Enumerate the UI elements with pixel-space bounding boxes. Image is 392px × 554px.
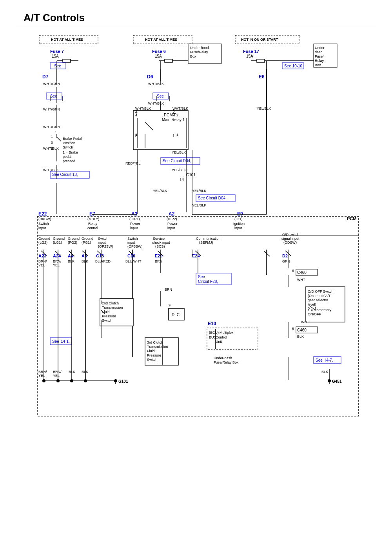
brnyel-bot1: BRN/ (38, 370, 47, 374)
d6-see[interactable]: See (157, 94, 164, 98)
underhood-box-label: Under-hood (190, 46, 209, 50)
underhood-box-label3: Box (190, 54, 196, 58)
dlc-label: DLC (172, 313, 180, 317)
wiring-diagram: HOT AT ALL TIMES HOT AT ALL TIMES HOT IN… (16, 28, 376, 519)
g101-label: G101 (118, 379, 128, 384)
bpps-label: Brake Pedal (63, 137, 82, 141)
svg-rect-10 (165, 59, 172, 62)
underdash-box-label2: dash (315, 50, 323, 54)
svg-text:0: 0 (308, 306, 310, 310)
brnyel-bot2b: YEL (53, 374, 60, 378)
d2-wire: GRN (282, 259, 290, 263)
od-switch-label5: 1 = Momentary (308, 308, 332, 312)
od-switch-label4: level) (308, 302, 316, 306)
fuse17-rating: 15A (246, 54, 253, 58)
od-switch-label: O/D OFF Switch (308, 290, 334, 293)
see-14-7-num[interactable]: l4-7. (325, 358, 333, 362)
svg-text:0: 0 (51, 141, 53, 145)
whtblk-wire2: WHT/BLK (43, 168, 59, 172)
svc-chk: Service (153, 237, 165, 241)
a24-wire: BRN/ (53, 259, 62, 263)
g451-label: G451 (332, 379, 342, 384)
e22-connector: E22 (38, 211, 47, 217)
brn-wire-e29: BRN (165, 288, 172, 291)
e9-sub: (IG1) (234, 217, 243, 221)
comm-label: Communication (196, 237, 221, 241)
clutch3-label: 3rd Clutch (147, 340, 163, 344)
gnd-lg1-sub: (LG1) (53, 241, 62, 244)
blk-g451: BLK (321, 370, 328, 374)
od-signal: O/D switch (282, 233, 299, 237)
c10-wire: BLU/WHT (125, 259, 142, 263)
bpps-label3: Switch (63, 145, 73, 149)
e7-sub: (MRLY) (87, 217, 99, 221)
yelblk-wire4: YEL/BLK (192, 189, 207, 193)
clutch2-label4: Pressure (102, 314, 116, 318)
svg-text:4: 4 (135, 110, 138, 114)
circuit-f28-2[interactable]: Circuit F28, (198, 279, 218, 284)
bpps-label4: 1 = Brake (63, 150, 78, 154)
sw-op3sw3: (OP3SW) (127, 244, 143, 248)
sw-op2sw2: input (98, 241, 106, 244)
underdash-box-label5: Box (315, 63, 321, 67)
d7-see[interactable]: See (50, 94, 57, 98)
underdash-bot-label: Under-dash (214, 356, 232, 360)
fuse17-see[interactable]: See 10-10. (284, 64, 303, 68)
a3-connector: A3 (131, 211, 138, 217)
underhood-box-label2: Fuse/Relay (190, 50, 208, 54)
od-switch-label2: (On end of A/T (308, 294, 331, 298)
fuse7-see[interactable]: See (54, 64, 61, 68)
comm-label2: (SEFMJ) (199, 241, 213, 244)
diagram-svg: HOT AT ALL TIMES HOT AT ALL TIMES HOT IN… (16, 32, 376, 518)
circuit-13[interactable]: See Circuit 13, (52, 172, 78, 177)
see-14-7[interactable]: See (316, 358, 323, 362)
fuse7-rating: 15A (52, 54, 59, 58)
circuit-d04-1[interactable]: See Circuit D04, (163, 159, 191, 163)
gnd-pg2: Ground (68, 237, 80, 241)
yelblk-wire1: YEL/BLK (172, 150, 186, 154)
e29-wire: BRN (155, 259, 162, 263)
d6-wire-bot: WHT/BLK (148, 101, 164, 105)
relay-label2: Main Relay 1 (162, 118, 185, 122)
e10-sub: (ECU) (209, 331, 219, 335)
whtgrn-wire2: WHT/GRN (43, 125, 60, 129)
hot-label-2: HOT AT ALL TIMES (145, 38, 177, 42)
yelblk-e6: YEL/BLK (257, 107, 271, 110)
a3-func2: input (130, 226, 138, 230)
relay-label: PGM-FI (164, 113, 178, 117)
dlc-pin: 9 (169, 303, 171, 307)
c460-wire2: BLK (297, 335, 304, 339)
e7-func: Relay (88, 222, 98, 226)
a5-wire: BLK (82, 259, 88, 263)
fuse6-rating: 15A (155, 54, 162, 58)
svg-text:1: 1 (176, 133, 178, 137)
circuit-f28[interactable]: See (198, 275, 205, 279)
a2-connector: A2 (169, 211, 175, 217)
a2-func2: input (167, 226, 175, 230)
od-signal2: signal input (281, 237, 299, 241)
bpps-label6: pressed (63, 159, 75, 163)
fuse7-label: Fuse 7 (50, 49, 64, 54)
circuit-d04-2[interactable]: See Circuit D04, (198, 196, 227, 200)
gnd-pg1: Ground (82, 237, 93, 241)
c460-wire: WHT (297, 278, 305, 282)
svg-rect-6 (63, 59, 71, 62)
e7-connector: E7 (89, 211, 95, 217)
see-14-1-num[interactable]: 14-1. (61, 339, 70, 344)
e9-func: Ignition (233, 222, 245, 226)
hot-label-1: HOT AT ALL TIMES (51, 38, 83, 42)
d7-connector: D7 (42, 74, 49, 80)
e10-connector: E10 (208, 321, 216, 326)
svg-rect-26 (133, 110, 188, 150)
c460-pin6: 6 (292, 269, 294, 273)
od-signal3: (ODSW) (283, 241, 297, 244)
e6-connector: E6 (259, 74, 265, 80)
a4-conn: A4 (68, 253, 74, 258)
underdash-box-label: Under- (315, 46, 326, 50)
clutch3-label4: Pressure (147, 353, 161, 357)
gnd-lg1: Ground (53, 237, 65, 241)
clutch3-label5: Switch (147, 358, 158, 362)
d6-connector: D6 (147, 74, 153, 80)
yelblk-wire2: YEL/BLK (172, 168, 186, 172)
sw-op2sw: Switch (98, 237, 109, 241)
